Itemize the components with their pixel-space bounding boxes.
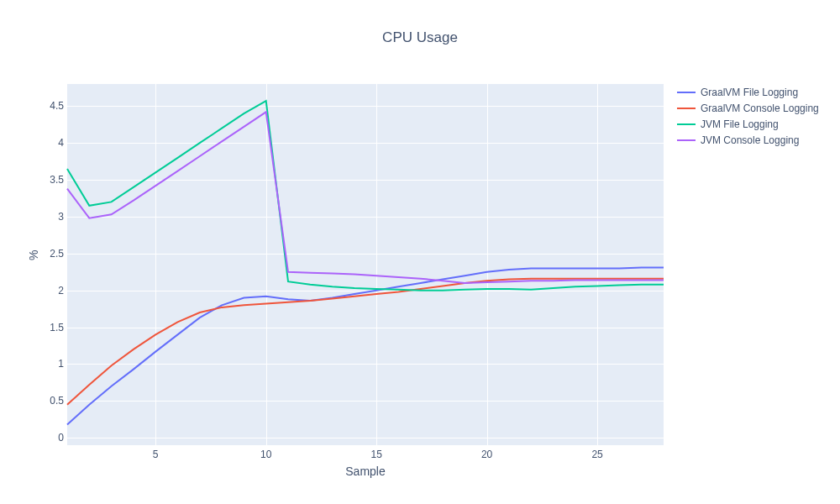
legend-swatch xyxy=(677,123,696,125)
series-line[interactable] xyxy=(67,112,664,283)
legend-label: GraalVM File Logging xyxy=(701,87,798,98)
legend-label: JVM File Logging xyxy=(701,118,779,130)
legend-label: GraalVM Console Logging xyxy=(701,102,819,114)
y-tick: 1.5 xyxy=(30,322,64,333)
y-tick: 0.5 xyxy=(30,395,64,407)
y-tick: 3 xyxy=(30,211,64,223)
y-tick: 3.5 xyxy=(30,174,64,186)
x-tick: 5 xyxy=(153,449,159,460)
x-tick: 20 xyxy=(481,449,492,460)
x-tick: 25 xyxy=(591,449,602,460)
legend: GraalVM File Logging GraalVM Console Log… xyxy=(677,84,819,148)
legend-item-jvm-console[interactable]: JVM Console Logging xyxy=(677,132,819,148)
chart-title: CPU Usage xyxy=(0,29,840,46)
chart-lines xyxy=(67,84,664,445)
y-tick: 4.5 xyxy=(30,100,64,112)
y-tick: 4 xyxy=(30,137,64,149)
x-tick: 10 xyxy=(260,449,271,460)
series-line[interactable] xyxy=(67,268,664,425)
legend-item-graalvm-console[interactable]: GraalVM Console Logging xyxy=(677,100,819,116)
y-tick: 0 xyxy=(30,432,64,444)
legend-item-graalvm-file[interactable]: GraalVM File Logging xyxy=(677,84,819,100)
legend-swatch xyxy=(677,92,696,93)
legend-label: JVM Console Logging xyxy=(701,134,799,146)
y-tick: 1 xyxy=(30,358,64,370)
series-line[interactable] xyxy=(67,101,664,291)
legend-swatch xyxy=(677,108,696,109)
x-tick: 15 xyxy=(370,449,381,460)
series-line[interactable] xyxy=(67,279,664,405)
y-tick: 2.5 xyxy=(30,248,64,260)
x-axis-label: Sample xyxy=(67,465,664,478)
legend-item-jvm-file[interactable]: JVM File Logging xyxy=(677,116,819,132)
legend-swatch xyxy=(677,139,696,141)
y-tick: 2 xyxy=(30,285,64,297)
